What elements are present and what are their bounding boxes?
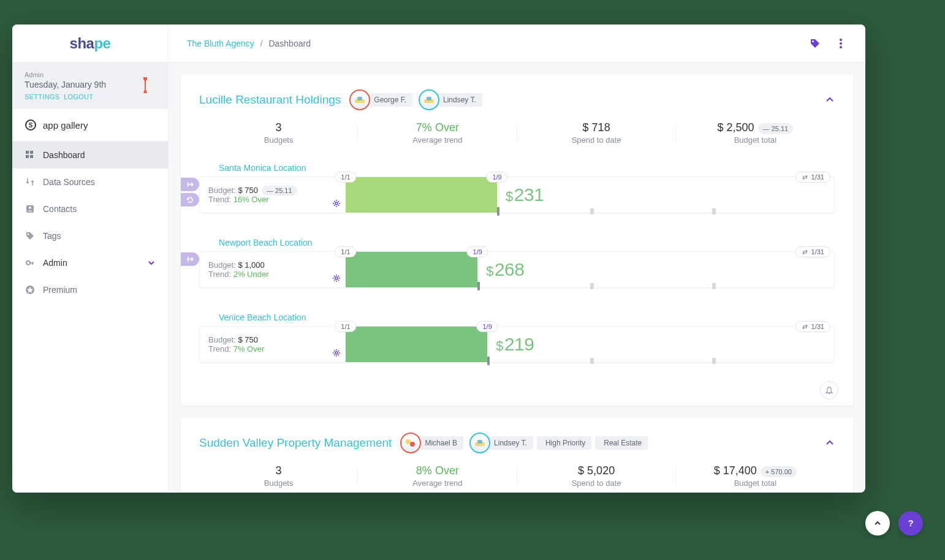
date-marker: 1/9 xyxy=(467,246,488,257)
location-info: Budget: $ 1,000 Trend: 2% Under xyxy=(200,252,346,287)
stat-total: $ 2,500— 25.11 Budget total xyxy=(676,121,835,145)
svg-point-20 xyxy=(335,277,338,279)
location-block: Newport Beach Location Budget: $ 1,000 T… xyxy=(199,238,835,288)
spend-value: $219 xyxy=(496,334,534,355)
fab-up[interactable] xyxy=(865,511,890,535)
chevron-down-icon xyxy=(147,259,156,267)
gear-icon[interactable] xyxy=(332,199,341,208)
plane-icon[interactable] xyxy=(181,178,199,191)
date-start: 1/1 xyxy=(335,172,356,183)
svg-point-23 xyxy=(410,442,415,447)
svg-point-21 xyxy=(335,352,338,354)
stat-spend: $ 5,020 Spend to date xyxy=(517,464,676,488)
tag-chip[interactable]: Real Estate xyxy=(598,433,648,453)
svg-text:?: ? xyxy=(908,518,913,528)
repeat-icon xyxy=(802,174,808,181)
svg-point-7 xyxy=(29,206,31,209)
settings-link[interactable]: SETTINGS xyxy=(25,93,59,100)
tag-chip[interactable]: High Priority xyxy=(539,433,591,453)
more-icon[interactable] xyxy=(835,37,847,50)
location-row: Budget: $ 750 Trend: 7% Over 1/1 1/9 1/3… xyxy=(199,326,835,363)
svg-point-13 xyxy=(840,42,842,45)
plane-icon[interactable] xyxy=(181,252,199,266)
location-name[interactable]: Newport Beach Location xyxy=(219,238,835,248)
spend-value: $231 xyxy=(506,184,544,205)
gear-icon[interactable] xyxy=(332,349,341,357)
location-block: Venice Beach Location Budget: $ 750 Tren… xyxy=(199,312,835,363)
svg-point-14 xyxy=(840,46,842,48)
location-row: Budget: $ 1,000 Trend: 2% Under 1/1 1/9 … xyxy=(199,251,835,288)
nav-tags-label: Tags xyxy=(43,231,61,241)
nav-admin[interactable]: Admin xyxy=(12,249,168,276)
svg-rect-2 xyxy=(26,151,29,154)
date-end: 1/31 xyxy=(795,321,830,332)
svg-point-22 xyxy=(406,439,411,444)
svg-text:S: S xyxy=(29,122,33,129)
location-block: Santa Monica Location Budget: $ 750— 25.… xyxy=(199,163,835,213)
card-title[interactable]: Sudden Valley Property Management xyxy=(199,436,392,450)
user-info: Admin Tuesday, January 9th SETTINGS LOGO… xyxy=(12,62,168,109)
person-chip[interactable]: George F. xyxy=(349,89,412,110)
avatar-icon xyxy=(400,433,421,453)
collapse-icon[interactable] xyxy=(825,438,835,448)
svg-point-11 xyxy=(812,40,814,42)
spend-value: $268 xyxy=(486,259,524,280)
stat-spend: $ 718 Spend to date xyxy=(517,121,676,145)
svg-rect-25 xyxy=(477,440,482,444)
tag-action-icon[interactable] xyxy=(809,37,821,50)
progress-bar: 1/1 1/9 1/31 $268 xyxy=(346,252,834,287)
person-chip[interactable]: Michael B xyxy=(400,433,463,453)
avatar-icon xyxy=(469,433,490,453)
collapse-icon[interactable] xyxy=(825,95,835,105)
breadcrumb: The Bluth Agency / Dashboard xyxy=(187,39,809,48)
app-window: shape Admin Tuesday, January 9th SETTING… xyxy=(12,25,865,493)
nav-dashboard[interactable]: Dashboard xyxy=(12,142,168,168)
user-avatar[interactable] xyxy=(134,74,157,97)
date-marker: 1/9 xyxy=(486,172,507,183)
card-title[interactable]: Lucille Restaurant Holdings xyxy=(199,93,341,107)
nav: Dashboard Data Sources Contacts Tags Adm… xyxy=(12,142,168,493)
nav-data-sources[interactable]: Data Sources xyxy=(12,168,168,195)
stat-budgets: 3 Budgets xyxy=(199,121,358,145)
svg-rect-5 xyxy=(30,155,33,158)
breadcrumb-current: Dashboard xyxy=(268,39,311,48)
svg-rect-16 xyxy=(357,97,362,100)
date-start: 1/1 xyxy=(335,246,356,257)
nav-contacts[interactable]: Contacts xyxy=(12,195,168,222)
fab-help[interactable]: ? xyxy=(898,511,923,535)
breadcrumb-agency[interactable]: The Bluth Agency xyxy=(187,39,254,48)
nav-contacts-label: Contacts xyxy=(43,204,77,214)
user-role: Admin xyxy=(25,71,156,78)
nav-admin-label: Admin xyxy=(43,258,67,268)
client-card-2: Sudden Valley Property Management Michae… xyxy=(181,418,853,493)
tag-icon xyxy=(25,230,36,241)
repeat-icon xyxy=(802,324,808,330)
logout-link[interactable]: LOGOUT xyxy=(64,93,93,100)
location-name[interactable]: Santa Monica Location xyxy=(219,163,835,173)
svg-rect-4 xyxy=(26,155,29,158)
date-marker: 1/9 xyxy=(476,321,498,332)
nav-dashboard-label: Dashboard xyxy=(43,150,85,160)
arrows-icon xyxy=(25,176,36,187)
date-end: 1/31 xyxy=(795,246,830,257)
date-start: 1/1 xyxy=(335,321,356,332)
main-area: The Bluth Agency / Dashboard Lucille Res… xyxy=(169,25,865,493)
gear-icon[interactable] xyxy=(332,274,341,282)
star-icon xyxy=(25,284,36,295)
location-row: Budget: $ 750— 25.11 Trend: 16% Over 1/1… xyxy=(199,176,835,213)
person-chip[interactable]: Lindsey T. xyxy=(469,433,533,453)
nav-premium-label: Premium xyxy=(43,285,77,295)
app-gallery-link[interactable]: S app gallery xyxy=(12,109,168,142)
person-chip[interactable]: Lindsey T. xyxy=(419,89,482,110)
nav-tags[interactable]: Tags xyxy=(12,222,168,249)
key-icon xyxy=(25,257,36,268)
logo: shape xyxy=(12,25,168,62)
content: Lucille Restaurant Holdings George F. Li… xyxy=(169,62,865,493)
bell-button[interactable] xyxy=(820,381,838,399)
repeat-icon xyxy=(802,249,808,255)
svg-point-19 xyxy=(335,202,338,205)
location-name[interactable]: Venice Beach Location xyxy=(219,312,835,322)
refresh-icon[interactable] xyxy=(181,193,199,206)
grid-icon xyxy=(25,149,36,161)
nav-premium[interactable]: Premium xyxy=(12,276,168,303)
